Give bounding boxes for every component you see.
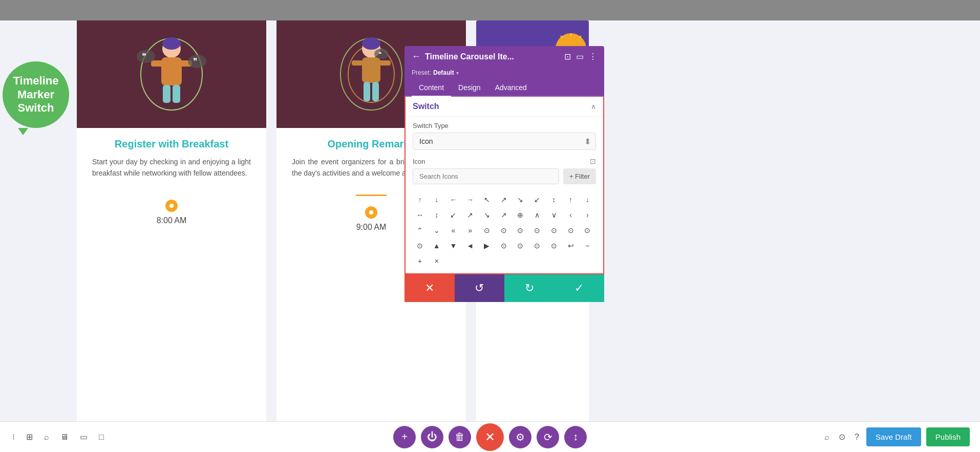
switch-type-select[interactable]: Icon Text Button bbox=[413, 133, 596, 150]
card-1-marker bbox=[165, 200, 178, 212]
icon-3-4[interactable]: ⌃ bbox=[413, 223, 427, 238]
save-draft-button[interactable]: Save Draft bbox=[866, 427, 921, 446]
icon-2-8[interactable]: ↗ bbox=[497, 208, 511, 222]
svg-rect-6 bbox=[173, 85, 180, 103]
icon-arrow-left[interactable]: ← bbox=[446, 192, 460, 207]
fab-history[interactable]: ⟳ bbox=[537, 426, 559, 448]
icon-5-5[interactable]: ⊙ bbox=[547, 239, 561, 253]
icon-3-5[interactable]: ⌄ bbox=[430, 223, 444, 238]
bottom-toolbar: ⁝ ⊞ ⌕ 🖥 ▭ □ + ⏻ 🗑 ✕ ⚙ ⟳ ↕ ⌕ ⊙ ? Save Dra… bbox=[0, 421, 980, 452]
tab-advanced[interactable]: Advanced bbox=[488, 79, 534, 97]
fab-power[interactable]: ⏻ bbox=[421, 426, 443, 448]
icon-arrow-ne[interactable]: ↗ bbox=[497, 192, 511, 207]
icon-arrow-down[interactable]: ↓ bbox=[430, 192, 444, 207]
icon-5-8[interactable]: + bbox=[413, 254, 427, 268]
icon-5-3[interactable]: ⊙ bbox=[513, 239, 527, 253]
panel-expand-icon[interactable]: ⊡ bbox=[564, 52, 571, 61]
panel-grid-icon[interactable]: ▭ bbox=[576, 52, 584, 61]
tab-content[interactable]: Content bbox=[412, 79, 451, 97]
icon-2-9[interactable]: ⊕ bbox=[513, 208, 527, 222]
svg-rect-15 bbox=[362, 57, 380, 83]
icon-2-2[interactable]: ↓ bbox=[580, 192, 594, 207]
switch-section-header: Switch ∧ bbox=[406, 97, 603, 117]
panel-title: Timeline Carousel Ite... bbox=[425, 52, 560, 61]
icon-5-2[interactable]: ⊙ bbox=[497, 239, 511, 253]
switch-type-label: Switch Type bbox=[413, 122, 596, 130]
tooltip-bubble: Timeline Marker Switch bbox=[3, 61, 69, 128]
publish-button[interactable]: Publish bbox=[926, 427, 970, 446]
card-2-illustration: ❝ bbox=[330, 26, 412, 123]
toolbar-center: + ⏻ 🗑 ✕ ⚙ ⟳ ↕ bbox=[393, 423, 587, 451]
icon-3-2[interactable]: ‹ bbox=[564, 208, 578, 222]
icon-4-7[interactable]: ▲ bbox=[430, 239, 444, 253]
icon-5-6[interactable]: ↩ bbox=[564, 239, 578, 253]
icon-fullscreen-btn[interactable]: ⊡ bbox=[590, 157, 596, 165]
svg-point-11 bbox=[162, 37, 181, 50]
icon-2-1[interactable]: ↑ bbox=[564, 192, 578, 207]
icon-3-3[interactable]: › bbox=[580, 208, 594, 222]
fab-settings[interactable]: ⚙ bbox=[509, 426, 531, 448]
toolbar-desktop-icon[interactable]: 🖥 bbox=[58, 431, 71, 444]
icon-arrow-right[interactable]: → bbox=[463, 192, 477, 207]
toolbar-mobile-icon[interactable]: □ bbox=[97, 431, 106, 444]
icon-2-4[interactable]: ↕ bbox=[430, 208, 444, 222]
icon-search-input[interactable] bbox=[413, 168, 559, 184]
switch-section-toggle[interactable]: ∧ bbox=[591, 102, 596, 111]
preset-label: Preset: bbox=[412, 69, 431, 76]
icon-3-8[interactable]: ⊙ bbox=[480, 223, 494, 238]
icon-arrow-ud[interactable]: ↕ bbox=[547, 192, 561, 207]
fab-cancel[interactable]: ✕ bbox=[476, 423, 504, 451]
icon-4-5[interactable]: ⊙ bbox=[580, 223, 594, 238]
icon-4-3[interactable]: ⊙ bbox=[547, 223, 561, 238]
icon-5-1[interactable]: ▶ bbox=[480, 239, 494, 253]
svg-rect-17 bbox=[379, 60, 391, 66]
panel-back-btn[interactable]: ← bbox=[412, 51, 421, 62]
switch-type-field: Switch Type Icon Text Button ⬍ bbox=[406, 117, 603, 155]
icon-3-7[interactable]: » bbox=[463, 223, 477, 238]
icon-arrow-up[interactable]: ↑ bbox=[413, 192, 427, 207]
icon-2-10[interactable]: ∧ bbox=[530, 208, 544, 222]
fab-delete[interactable]: 🗑 bbox=[449, 426, 471, 448]
svg-rect-16 bbox=[352, 60, 363, 66]
action-cancel-btn[interactable]: ✕ bbox=[404, 274, 455, 302]
toolbar-tablet-icon[interactable]: ▭ bbox=[78, 430, 90, 444]
panel-more-icon[interactable]: ⋮ bbox=[589, 52, 597, 61]
toolbar-right-help-icon[interactable]: ? bbox=[853, 431, 861, 444]
panel-header-icons: ⊡ ▭ ⋮ bbox=[564, 52, 597, 61]
fab-sort[interactable]: ↕ bbox=[564, 426, 587, 448]
toolbar-menu-icon[interactable]: ⁝ bbox=[10, 430, 17, 444]
toolbar-search-icon[interactable]: ⌕ bbox=[42, 431, 51, 444]
icon-arrow-sw[interactable]: ↙ bbox=[530, 192, 544, 207]
icon-3-9[interactable]: ⊙ bbox=[497, 223, 511, 238]
icon-4-1[interactable]: ⊙ bbox=[513, 223, 527, 238]
icon-4-6[interactable]: ⊙ bbox=[413, 239, 427, 253]
icon-4-2[interactable]: ⊙ bbox=[530, 223, 544, 238]
icon-arrow-nw[interactable]: ↖ bbox=[480, 192, 494, 207]
icon-4-9[interactable]: ◄ bbox=[463, 239, 477, 253]
icon-arrow-se[interactable]: ↘ bbox=[513, 192, 527, 207]
preset-value[interactable]: Default bbox=[433, 69, 454, 76]
card-1: ❝ ❞ Register with Breakfast Start your d… bbox=[77, 20, 266, 432]
icon-2-3[interactable]: ↔ bbox=[413, 208, 427, 222]
icon-5-9[interactable]: × bbox=[430, 254, 444, 268]
icon-3-1[interactable]: ∨ bbox=[547, 208, 561, 222]
fab-add[interactable]: + bbox=[393, 426, 416, 448]
icon-5-4[interactable]: ⊙ bbox=[530, 239, 544, 253]
tab-design[interactable]: Design bbox=[451, 79, 488, 97]
action-undo-btn[interactable]: ↺ bbox=[455, 274, 505, 302]
icon-4-4[interactable]: ⊙ bbox=[564, 223, 578, 238]
card-2-marker bbox=[365, 206, 377, 219]
icon-2-6[interactable]: ↗ bbox=[463, 208, 477, 222]
icon-2-7[interactable]: ↘ bbox=[480, 208, 494, 222]
card-1-title: Register with Breakfast bbox=[92, 138, 251, 150]
icon-4-8[interactable]: ▼ bbox=[446, 239, 460, 253]
action-confirm-btn[interactable]: ✓ bbox=[555, 274, 605, 302]
icon-2-5[interactable]: ↙ bbox=[446, 208, 460, 222]
toolbar-grid-icon[interactable]: ⊞ bbox=[24, 430, 35, 444]
icon-filter-btn[interactable]: + Filter bbox=[563, 168, 596, 184]
action-redo-btn[interactable]: ↻ bbox=[504, 274, 555, 302]
toolbar-right-search-icon[interactable]: ⌕ bbox=[822, 431, 832, 444]
toolbar-right-layers-icon[interactable]: ⊙ bbox=[837, 430, 847, 444]
icon-5-7[interactable]: − bbox=[580, 239, 594, 253]
icon-3-6[interactable]: « bbox=[446, 223, 460, 238]
